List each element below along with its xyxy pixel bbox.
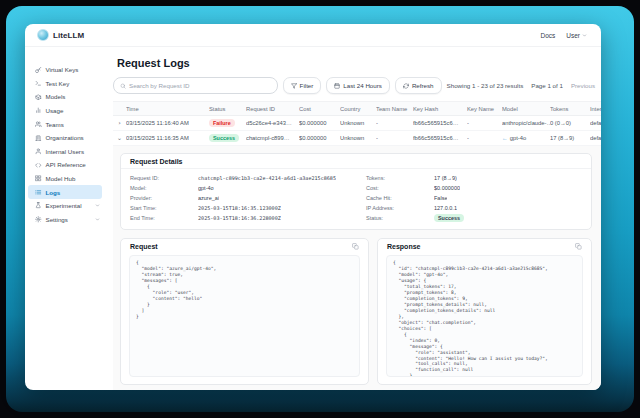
cell-key-name: - bbox=[467, 120, 502, 126]
sidebar-item-label: Usage bbox=[46, 107, 101, 114]
detail-value: 127.0.0.1 bbox=[434, 205, 457, 211]
app-window: LiteLLM Docs User Virtual Keys Test Key bbox=[25, 24, 601, 390]
cell-country: Unknown bbox=[340, 120, 376, 126]
request-json: { "model": "azure_ai/gpt-4o", "stream": … bbox=[136, 260, 353, 320]
terminal-icon bbox=[35, 80, 42, 87]
code-icon bbox=[35, 162, 42, 169]
sidebar-item-label: Organizations bbox=[46, 134, 101, 141]
detail-value: $0.000000 bbox=[434, 185, 460, 191]
user-menu[interactable]: User bbox=[566, 32, 587, 39]
sidebar-item[interactable]: Teams bbox=[25, 117, 105, 131]
sidebar-item-label: Experimental bbox=[46, 202, 92, 209]
list-icon bbox=[35, 189, 42, 196]
sidebar-item[interactable]: Internal Users bbox=[25, 145, 105, 159]
request-panel-title: Request bbox=[130, 243, 158, 250]
sidebar-item[interactable]: Experimental bbox=[25, 199, 105, 213]
detail-field: Cost: $0.000000 bbox=[366, 183, 582, 193]
details-left-column: Request ID: chatcmpl-c899c1b3-ca2e-4214-… bbox=[130, 173, 346, 223]
user-icon bbox=[35, 148, 42, 155]
sidebar: Virtual Keys Test Key Models Usage T bbox=[25, 47, 105, 390]
sidebar-item[interactable]: Usage bbox=[25, 104, 105, 118]
row-expander[interactable]: › bbox=[113, 119, 126, 127]
column-model: Model bbox=[502, 106, 550, 112]
detail-value: gpt-4o bbox=[198, 185, 214, 191]
sidebar-item[interactable]: Organizations bbox=[25, 131, 105, 145]
cell-model: anthropic/claude-… bbox=[502, 120, 550, 126]
sidebar-item[interactable]: Settings bbox=[25, 213, 105, 227]
status-badge: Failure bbox=[209, 119, 235, 127]
copy-icon[interactable] bbox=[575, 243, 582, 250]
funnel-icon bbox=[291, 83, 297, 89]
cell-key-name: - bbox=[467, 135, 502, 141]
chevron-down-icon bbox=[95, 203, 100, 208]
cell-status: Success bbox=[209, 134, 246, 142]
filter-button[interactable]: Filter bbox=[283, 77, 322, 94]
copy-icon[interactable] bbox=[352, 243, 359, 250]
time-range-button[interactable]: Last 24 Hours bbox=[326, 77, 390, 94]
detail-label: Tokens: bbox=[366, 175, 434, 181]
sidebar-item-label: API Reference bbox=[46, 161, 101, 168]
column-time: Time bbox=[126, 106, 209, 112]
sidebar-item[interactable]: API Reference bbox=[25, 158, 105, 172]
expanded-log-detail: Request Details Request ID: chatcmpl-c89… bbox=[113, 146, 601, 390]
building-icon bbox=[35, 135, 42, 142]
sidebar-item-label: Test Key bbox=[46, 80, 101, 87]
page-info: Page 1 of 1 bbox=[531, 82, 563, 89]
row-expander[interactable]: ⌄ bbox=[113, 134, 126, 142]
fallback-arrow-icon: ← bbox=[502, 135, 508, 141]
cell-tokens: 17 (8→9) bbox=[550, 135, 590, 141]
sidebar-item[interactable]: Model Hub bbox=[25, 172, 105, 186]
docs-link[interactable]: Docs bbox=[540, 32, 555, 39]
flask-icon bbox=[35, 202, 42, 209]
detail-label: IP Address: bbox=[366, 205, 434, 211]
detail-value: chatcmpl-c899c1b3-ca2e-4214-a6d1-a3ae215… bbox=[198, 175, 336, 181]
cell-time: 03/15/2025 11:16:35 AM bbox=[126, 135, 209, 141]
sidebar-item-label: Internal Users bbox=[46, 148, 101, 155]
response-panel: Response { "id": "chatcmpl-c899c1b3-ca2e… bbox=[377, 238, 592, 385]
search-icon bbox=[120, 83, 126, 89]
cell-tokens: 0 (0→0) bbox=[550, 120, 590, 126]
table-row[interactable]: ⌄ 03/15/2025 11:16:35 AM Success chatcmp… bbox=[113, 131, 601, 146]
detail-label: Request ID: bbox=[130, 175, 198, 181]
sidebar-item[interactable]: Logs bbox=[28, 185, 102, 199]
request-panel: Request { "model": "azure_ai/gpt-4o", "s… bbox=[120, 238, 369, 385]
litellm-logo-icon bbox=[37, 29, 49, 41]
sidebar-item-label: Logs bbox=[46, 189, 101, 196]
detail-label: Cost: bbox=[366, 185, 434, 191]
cell-internal-user: default_user_id bbox=[590, 135, 601, 141]
sidebar-item-label: Teams bbox=[46, 121, 101, 128]
detail-field: Request ID: chatcmpl-c899c1b3-ca2e-4214-… bbox=[130, 173, 346, 183]
sidebar-item-label: Settings bbox=[46, 216, 92, 223]
sidebar-item[interactable]: Test Key bbox=[25, 77, 105, 91]
column-request-id: Request ID bbox=[246, 106, 299, 112]
detail-label: End Time: bbox=[130, 215, 198, 221]
cell-team-name: - bbox=[376, 135, 413, 141]
cell-time: 03/15/2025 11:16:40 AM bbox=[126, 120, 209, 126]
chevron-down-icon bbox=[582, 33, 587, 38]
detail-field: Provider: azure_ai bbox=[130, 193, 346, 203]
cell-cost: $0.000000 bbox=[299, 120, 340, 126]
search-input[interactable] bbox=[129, 82, 271, 89]
search-box[interactable] bbox=[113, 77, 278, 94]
request-code-block[interactable]: { "model": "azure_ai/gpt-4o", "stream": … bbox=[129, 255, 360, 377]
sidebar-item[interactable]: Models bbox=[25, 90, 105, 104]
previous-page-button[interactable]: Previous bbox=[571, 82, 595, 89]
response-panel-title: Response bbox=[387, 243, 420, 250]
chevron-down-icon bbox=[95, 217, 100, 222]
table-row[interactable]: › 03/15/2025 11:16:40 AM Failure d5c26ce… bbox=[113, 116, 601, 131]
toolbar: Filter Last 24 Hours Refresh Showing 1 -… bbox=[113, 77, 601, 94]
detail-label: Provider: bbox=[130, 195, 198, 201]
user-menu-label: User bbox=[566, 32, 580, 39]
brand-name: LiteLLM bbox=[53, 31, 84, 40]
refresh-button[interactable]: Refresh bbox=[395, 77, 442, 94]
detail-label: Cache Hit: bbox=[366, 195, 434, 201]
table-header: Time Status Request ID Cost Country Team… bbox=[113, 101, 601, 116]
detail-field: IP Address: 127.0.0.1 bbox=[366, 203, 582, 213]
cell-status: Failure bbox=[209, 119, 246, 127]
cell-cost: $0.000000 bbox=[299, 135, 340, 141]
results-summary: Showing 1 - 23 of 23 results bbox=[447, 82, 524, 89]
column-team-name: Team Name bbox=[376, 106, 413, 112]
details-right-column: Tokens: 17 (8→9) Cost: $0.000000 Cache H… bbox=[366, 173, 582, 223]
response-code-block[interactable]: { "id": "chatcmpl-c899c1b3-ca2e-4214-a6d… bbox=[386, 255, 583, 377]
sidebar-item[interactable]: Virtual Keys bbox=[25, 63, 105, 77]
